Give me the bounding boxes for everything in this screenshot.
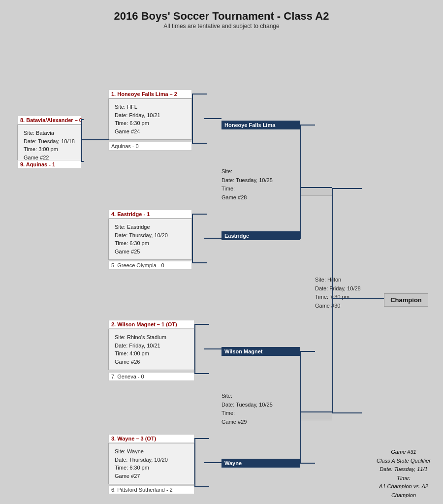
seed8-label: 8. Batavia/Alexander – 0 <box>17 116 81 125</box>
hfl-winner-label: Honeoye Falls Lima <box>222 121 300 129</box>
game27-info: Site: Wayne Date: Thursday, 10/20 Time: … <box>112 445 191 482</box>
game28-info: Site: Date: Tuesday, 10/25 Time: Game #2… <box>222 167 273 202</box>
game31-note: Game #31 Class A State Qualifier Date: T… <box>377 448 431 500</box>
game22-info: Site: Batavia Date: Tuesday, 10/18 Time:… <box>21 127 78 163</box>
game30-info: Site: Hilton Date: Friday, 10/28 Time: 7… <box>315 276 361 310</box>
seed5-label: 5. Greece Olympia - 0 <box>108 261 192 270</box>
page-subtitle: All times are tentative and subject to c… <box>10 23 433 30</box>
wayne-winner-label: Wayne <box>222 459 300 468</box>
seed9-label: 9. Aquinas - 1 <box>17 160 81 169</box>
seed2-label: 2. Wilson Magnet – 1 (OT) <box>108 320 194 329</box>
game24-info: Site: HFL Date: Friday, 10/21 Time: 6:30… <box>112 101 189 137</box>
seed7-label: 7. Geneva - 0 <box>108 372 194 381</box>
wilson-winner-label: Wilson Magnet <box>222 347 300 356</box>
page-title: 2016 Boys' Soccer Tournament - Class A2 <box>10 10 433 23</box>
eastridge-winner-label: Eastridge <box>222 231 300 240</box>
seed3-label: 3. Wayne – 3 (OT) <box>108 434 194 443</box>
champion-box: Champion <box>384 293 428 307</box>
game29-info: Site: Date: Tuesday, 10/25 Time: Game #2… <box>222 392 273 426</box>
game26-info: Site: Rhino's Stadium Date: Friday, 10/2… <box>112 331 191 368</box>
game25-info: Site: Eastridge Date: Thursday, 10/20 Ti… <box>112 221 189 257</box>
seed4-label: 4. Eastridge - 1 <box>108 210 192 219</box>
seed6-label: 6. Pittsford Sutherland - 2 <box>108 485 194 494</box>
seed1-label: 1. Honeoye Falls Lima – 2 <box>108 90 192 98</box>
aquinas0-label: Aquinas - 0 <box>108 142 192 151</box>
